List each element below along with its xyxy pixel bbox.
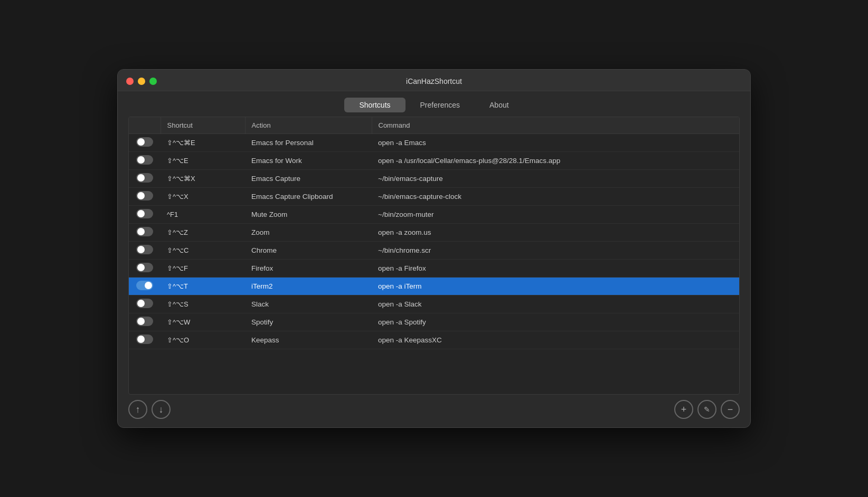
toggle-cell[interactable] bbox=[129, 260, 161, 278]
table-row[interactable]: ⇧^⌥XEmacs Capture Clipboard~/bin/emacs-c… bbox=[129, 188, 739, 206]
action-cell: Emacs Capture Clipboard bbox=[245, 188, 372, 206]
toggle-switch[interactable] bbox=[136, 227, 153, 236]
tab-shortcuts[interactable]: Shortcuts bbox=[344, 98, 405, 112]
action-cell: Spotify bbox=[245, 313, 372, 331]
toggle-switch[interactable] bbox=[136, 299, 153, 308]
command-cell: open -a zoom.us bbox=[372, 224, 739, 242]
toggle-cell[interactable] bbox=[129, 134, 161, 152]
command-cell: ~/bin/emacs-capture bbox=[372, 170, 739, 188]
action-cell: Zoom bbox=[245, 224, 372, 242]
tab-preferences[interactable]: Preferences bbox=[405, 98, 475, 112]
table-row[interactable]: ⇧^⌥CChrome~/bin/chrome.scr bbox=[129, 242, 739, 260]
toggle-switch[interactable] bbox=[136, 317, 153, 326]
toggle-switch[interactable] bbox=[136, 173, 153, 183]
toggle-switch[interactable] bbox=[136, 137, 153, 147]
toggle-cell[interactable] bbox=[129, 242, 161, 260]
toggle-cell[interactable] bbox=[129, 313, 161, 331]
shortcut-cell: ⇧^⌥Z bbox=[161, 224, 245, 242]
toolbar-right: + ✎ − bbox=[674, 400, 740, 419]
shortcut-cell: ⇧^⌥T bbox=[161, 278, 245, 295]
action-cell: iTerm2 bbox=[245, 278, 372, 295]
move-down-button[interactable]: ↓ bbox=[152, 400, 171, 419]
remove-button[interactable]: − bbox=[721, 400, 740, 419]
command-cell: ~/bin/zoom-muter bbox=[372, 206, 739, 224]
toolbar: ↑ ↓ + ✎ − bbox=[128, 395, 740, 419]
command-cell: open -a Firefox bbox=[372, 260, 739, 278]
table-row[interactable]: ⇧^⌥ZZoomopen -a zoom.us bbox=[129, 224, 739, 242]
toggle-switch[interactable] bbox=[136, 155, 153, 165]
tab-about[interactable]: About bbox=[475, 98, 524, 112]
close-button[interactable] bbox=[126, 78, 134, 85]
traffic-lights bbox=[126, 78, 157, 85]
table-row[interactable]: ⇧^⌥FFirefoxopen -a Firefox bbox=[129, 260, 739, 278]
toggle-switch[interactable] bbox=[136, 245, 153, 254]
toggle-switch[interactable] bbox=[136, 263, 153, 272]
toggle-cell[interactable] bbox=[129, 188, 161, 206]
action-cell: Keepass bbox=[245, 331, 372, 349]
action-cell: Mute Zoom bbox=[245, 206, 372, 224]
command-cell: open -a Spotify bbox=[372, 313, 739, 331]
minimize-button[interactable] bbox=[138, 78, 145, 85]
toggle-switch[interactable] bbox=[136, 281, 153, 290]
shortcut-cell: ⇧^⌥E bbox=[161, 152, 245, 170]
toggle-cell[interactable] bbox=[129, 278, 161, 295]
action-cell: Firefox bbox=[245, 260, 372, 278]
col-header-shortcut: Shortcut bbox=[161, 117, 245, 134]
table-row[interactable]: ⇧^⌥⌘EEmacs for Personalopen -a Emacs bbox=[129, 134, 739, 152]
toggle-cell[interactable] bbox=[129, 224, 161, 242]
command-cell: ~/bin/chrome.scr bbox=[372, 242, 739, 260]
window-title: iCanHazShortcut bbox=[406, 77, 462, 85]
maximize-button[interactable] bbox=[149, 78, 157, 85]
table-row[interactable]: ^F1Mute Zoom~/bin/zoom-muter bbox=[129, 206, 739, 224]
toggle-switch[interactable] bbox=[136, 209, 153, 218]
toggle-switch[interactable] bbox=[136, 191, 153, 200]
toggle-cell[interactable] bbox=[129, 170, 161, 188]
toggle-cell[interactable] bbox=[129, 295, 161, 313]
shortcut-cell: ⇧^⌥F bbox=[161, 260, 245, 278]
command-cell: ~/bin/emacs-capture-clock bbox=[372, 188, 739, 206]
command-cell: open -a /usr/local/Cellar/emacs-plus@28/… bbox=[372, 152, 739, 170]
move-up-button[interactable]: ↑ bbox=[128, 400, 147, 419]
shortcut-cell: ^F1 bbox=[161, 206, 245, 224]
toggle-switch[interactable] bbox=[136, 334, 153, 344]
app-window: iCanHazShortcut Shortcuts Preferences Ab… bbox=[117, 69, 751, 428]
command-cell: open -a KeepassXC bbox=[372, 331, 739, 349]
action-cell: Chrome bbox=[245, 242, 372, 260]
col-header-command: Command bbox=[372, 117, 739, 134]
shortcut-cell: ⇧^⌥C bbox=[161, 242, 245, 260]
table-row[interactable]: ⇧^⌥TiTerm2open -a iTerm bbox=[129, 278, 739, 295]
col-header-action: Action bbox=[245, 117, 372, 134]
add-button[interactable]: + bbox=[674, 400, 693, 419]
table-row[interactable]: ⇧^⌥⌘XEmacs Capture~/bin/emacs-capture bbox=[129, 170, 739, 188]
shortcuts-table-container: Shortcut Action Command ⇧^⌥⌘EEmacs for P… bbox=[128, 117, 740, 395]
toolbar-left: ↑ ↓ bbox=[128, 400, 171, 419]
action-cell: Slack bbox=[245, 295, 372, 313]
table-row[interactable]: ⇧^⌥EEmacs for Workopen -a /usr/local/Cel… bbox=[129, 152, 739, 170]
shortcuts-table: Shortcut Action Command ⇧^⌥⌘EEmacs for P… bbox=[129, 117, 739, 349]
table-row[interactable]: ⇧^⌥SSlackopen -a Slack bbox=[129, 295, 739, 313]
shortcut-cell: ⇧^⌥⌘X bbox=[161, 170, 245, 188]
titlebar: iCanHazShortcut bbox=[118, 70, 750, 91]
shortcut-cell: ⇧^⌥S bbox=[161, 295, 245, 313]
table-row[interactable]: ⇧^⌥OKeepassopen -a KeepassXC bbox=[129, 331, 739, 349]
tab-bar: Shortcuts Preferences About bbox=[118, 91, 750, 117]
table-header-row: Shortcut Action Command bbox=[129, 117, 739, 134]
shortcut-cell: ⇧^⌥O bbox=[161, 331, 245, 349]
command-cell: open -a iTerm bbox=[372, 278, 739, 295]
col-header-toggle bbox=[129, 117, 161, 134]
table-row[interactable]: ⇧^⌥WSpotifyopen -a Spotify bbox=[129, 313, 739, 331]
action-cell: Emacs Capture bbox=[245, 170, 372, 188]
toggle-cell[interactable] bbox=[129, 331, 161, 349]
toggle-cell[interactable] bbox=[129, 206, 161, 224]
main-content: Shortcut Action Command ⇧^⌥⌘EEmacs for P… bbox=[118, 117, 750, 427]
command-cell: open -a Emacs bbox=[372, 134, 739, 152]
action-cell: Emacs for Personal bbox=[245, 134, 372, 152]
action-cell: Emacs for Work bbox=[245, 152, 372, 170]
edit-button[interactable]: ✎ bbox=[697, 400, 716, 419]
shortcut-cell: ⇧^⌥⌘E bbox=[161, 134, 245, 152]
shortcut-cell: ⇧^⌥X bbox=[161, 188, 245, 206]
toggle-cell[interactable] bbox=[129, 152, 161, 170]
command-cell: open -a Slack bbox=[372, 295, 739, 313]
shortcut-cell: ⇧^⌥W bbox=[161, 313, 245, 331]
